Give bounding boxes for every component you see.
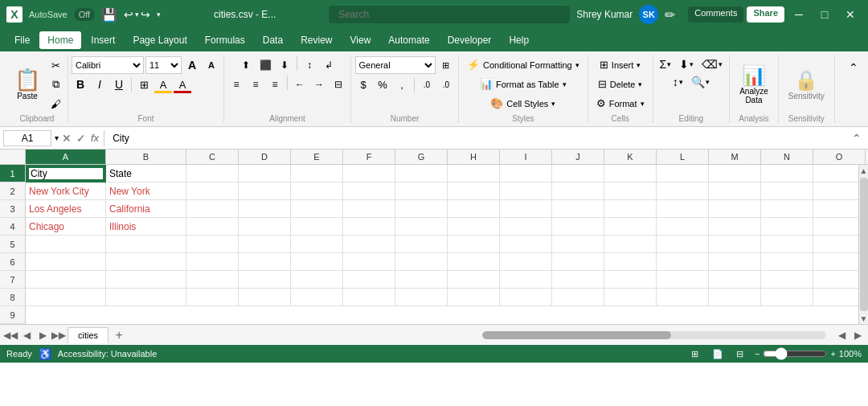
cell-o4[interactable]: [813, 218, 858, 236]
col-header-m[interactable]: M: [709, 150, 761, 164]
col-header-i[interactable]: I: [500, 150, 552, 164]
merge-button[interactable]: ⊟: [330, 76, 347, 93]
copy-button[interactable]: ⧉: [47, 76, 64, 93]
text-direction-button[interactable]: ↕: [301, 56, 318, 74]
horizontal-scrollbar[interactable]: [482, 331, 826, 339]
function-icon[interactable]: fx: [91, 132, 99, 144]
cell-g2[interactable]: [395, 182, 448, 200]
row-num-8[interactable]: 8: [0, 289, 25, 306]
scroll-left-arrow[interactable]: ◀: [834, 328, 849, 342]
fill-button[interactable]: ⬇▾: [676, 56, 697, 72]
cell-m3[interactable]: [709, 200, 761, 218]
cell-e4[interactable]: [291, 218, 343, 236]
wrap-text-button[interactable]: ↲: [320, 56, 338, 74]
customize-qat[interactable]: ▾: [157, 10, 161, 18]
cell-l4[interactable]: [657, 218, 709, 236]
close-button[interactable]: ✕: [839, 6, 862, 23]
col-header-f[interactable]: F: [343, 150, 395, 164]
cell-c3[interactable]: [186, 200, 239, 218]
find-select-button[interactable]: 🔍▾: [688, 74, 713, 90]
cell-g4[interactable]: [395, 218, 448, 236]
sheet-nav-next[interactable]: ▶: [35, 328, 50, 342]
underline-button[interactable]: U: [110, 76, 128, 93]
cell-h1[interactable]: [448, 165, 500, 182]
col-header-n[interactable]: N: [761, 150, 813, 164]
align-center-button[interactable]: ≡: [247, 76, 264, 93]
col-header-g[interactable]: G: [395, 150, 448, 164]
menu-insert[interactable]: Insert: [83, 31, 123, 49]
cell-e3[interactable]: [291, 200, 343, 218]
cell-c4[interactable]: [186, 218, 239, 236]
cell-o3[interactable]: [813, 200, 858, 218]
cell-j3[interactable]: [552, 200, 604, 218]
row-num-3[interactable]: 3: [0, 200, 25, 218]
font-size-select[interactable]: 11: [145, 56, 182, 74]
cell-l2[interactable]: [657, 182, 709, 200]
cell-l1[interactable]: [657, 165, 709, 182]
cell-j1[interactable]: [552, 165, 604, 182]
col-header-l[interactable]: L: [657, 150, 709, 164]
zoom-slider[interactable]: [763, 347, 827, 360]
paste-button[interactable]: 📋 Paste: [10, 67, 45, 102]
page-break-button[interactable]: ⊟: [732, 346, 748, 362]
cell-e1[interactable]: [291, 165, 343, 182]
formula-confirm-icon[interactable]: ✓: [76, 132, 86, 145]
decrease-indent-button[interactable]: ←: [291, 76, 309, 93]
cell-ref-dropdown[interactable]: ▾: [55, 133, 59, 142]
number-format-dialog[interactable]: ⊞: [437, 56, 455, 74]
cell-i4[interactable]: [500, 218, 552, 236]
row-num-4[interactable]: 4: [0, 218, 25, 236]
minimize-button[interactable]: ─: [788, 6, 810, 23]
cell-i3[interactable]: [500, 200, 552, 218]
col-header-o[interactable]: O: [813, 150, 866, 164]
col-header-k[interactable]: K: [604, 150, 657, 164]
cell-d1[interactable]: [239, 165, 291, 182]
col-header-h[interactable]: H: [448, 150, 500, 164]
cell-g1[interactable]: [395, 165, 448, 182]
redo-button[interactable]: ↪: [141, 8, 150, 21]
page-layout-button[interactable]: 📄: [710, 346, 726, 362]
scroll-right-arrow[interactable]: ▶: [850, 328, 865, 342]
col-header-d[interactable]: D: [239, 150, 291, 164]
row-num-1[interactable]: 1: [0, 165, 25, 182]
cell-c1[interactable]: [186, 165, 239, 182]
bold-button[interactable]: B: [72, 76, 89, 93]
cell-n1[interactable]: [761, 165, 813, 182]
increase-indent-button[interactable]: →: [310, 76, 328, 93]
cell-d2[interactable]: [239, 182, 291, 200]
row-num-9[interactable]: 9: [0, 306, 25, 324]
cell-a3[interactable]: Los Angeles: [26, 200, 106, 218]
row-num-5[interactable]: 5: [0, 236, 25, 253]
cut-button[interactable]: ✂: [47, 56, 64, 74]
sensitivity-button[interactable]: 🔒 Sensitivity: [782, 66, 831, 104]
cell-a5[interactable]: [26, 236, 106, 253]
cell-a1[interactable]: City: [26, 165, 106, 182]
cell-a4[interactable]: Chicago: [26, 218, 106, 236]
row-num-2[interactable]: 2: [0, 182, 25, 200]
cell-n2[interactable]: [761, 182, 813, 200]
formula-input[interactable]: [109, 131, 845, 146]
cell-m4[interactable]: [709, 218, 761, 236]
autosum-button[interactable]: Σ▾: [657, 56, 675, 72]
scroll-thumb[interactable]: [860, 178, 868, 311]
menu-help[interactable]: Help: [501, 31, 537, 49]
increase-decimal-button[interactable]: .0: [418, 76, 436, 93]
save-button[interactable]: 💾: [101, 7, 117, 23]
menu-page-layout[interactable]: Page Layout: [125, 31, 194, 49]
menu-data[interactable]: Data: [255, 31, 291, 49]
cell-f3[interactable]: [343, 200, 395, 218]
cell-k1[interactable]: [604, 165, 657, 182]
row-num-7[interactable]: 7: [0, 271, 25, 289]
clear-button[interactable]: ⌫▾: [698, 56, 726, 72]
comma-button[interactable]: ,: [393, 76, 411, 93]
cell-l3[interactable]: [657, 200, 709, 218]
number-format-select[interactable]: General: [355, 56, 436, 74]
italic-button[interactable]: I: [91, 76, 108, 93]
align-middle-button[interactable]: ⬛: [256, 56, 274, 74]
sheet-nav-last[interactable]: ▶▶: [51, 328, 66, 342]
undo-button[interactable]: ↩: [124, 8, 133, 21]
menu-home[interactable]: Home: [39, 31, 81, 49]
sort-filter-button[interactable]: ↕▾: [669, 74, 686, 90]
zoom-out-button[interactable]: −: [755, 349, 760, 359]
cell-styles-button[interactable]: 🎨 Cell Styles ▾: [485, 95, 560, 112]
